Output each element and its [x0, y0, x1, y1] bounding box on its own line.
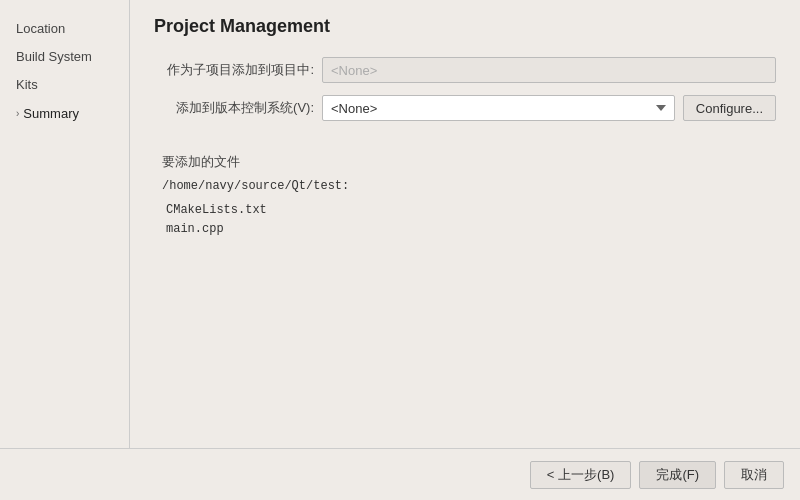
main-content: Project Management 作为子项目添加到项目中: <None> 添… — [130, 0, 800, 448]
file-item: CMakeLists.txt — [166, 201, 776, 220]
subproject-label: 作为子项目添加到项目中: — [154, 61, 314, 79]
subproject-placeholder: <None> — [331, 63, 377, 78]
sidebar-item-summary[interactable]: › Summary — [0, 101, 129, 127]
file-item: main.cpp — [166, 220, 776, 239]
files-section: 要添加的文件 /home/navy/source/Qt/test: CMakeL… — [154, 153, 776, 239]
page-title: Project Management — [154, 16, 776, 37]
finish-button[interactable]: 完成(F) — [639, 461, 716, 489]
vcs-label: 添加到版本控制系统(V): — [154, 99, 314, 117]
sidebar-item-label: Kits — [16, 76, 38, 94]
files-list: CMakeLists.txt main.cpp — [162, 201, 776, 239]
dialog-body: Location Build System Kits › Summary Pro… — [0, 0, 800, 448]
cancel-button[interactable]: 取消 — [724, 461, 784, 489]
sidebar-item-kits[interactable]: Kits — [0, 72, 129, 98]
subproject-row: 作为子项目添加到项目中: <None> — [154, 57, 776, 83]
sidebar-item-location[interactable]: Location — [0, 16, 129, 42]
back-button[interactable]: < 上一步(B) — [530, 461, 632, 489]
vcs-select[interactable]: <None> — [322, 95, 675, 121]
subproject-input: <None> — [322, 57, 776, 83]
files-header: 要添加的文件 — [162, 153, 776, 171]
sidebar: Location Build System Kits › Summary — [0, 0, 130, 448]
configure-button[interactable]: Configure... — [683, 95, 776, 121]
dialog-footer: < 上一步(B) 完成(F) 取消 — [0, 448, 800, 500]
sidebar-item-buildsystem[interactable]: Build System — [0, 44, 129, 70]
sidebar-item-label: Summary — [23, 105, 79, 123]
sidebar-item-label: Location — [16, 20, 65, 38]
dialog: Location Build System Kits › Summary Pro… — [0, 0, 800, 500]
files-path: /home/navy/source/Qt/test: — [162, 179, 776, 193]
form-area: 作为子项目添加到项目中: <None> 添加到版本控制系统(V): <None>… — [154, 57, 776, 121]
vcs-row: 添加到版本控制系统(V): <None> Configure... — [154, 95, 776, 121]
chevron-right-icon: › — [16, 107, 19, 121]
sidebar-item-label: Build System — [16, 48, 92, 66]
